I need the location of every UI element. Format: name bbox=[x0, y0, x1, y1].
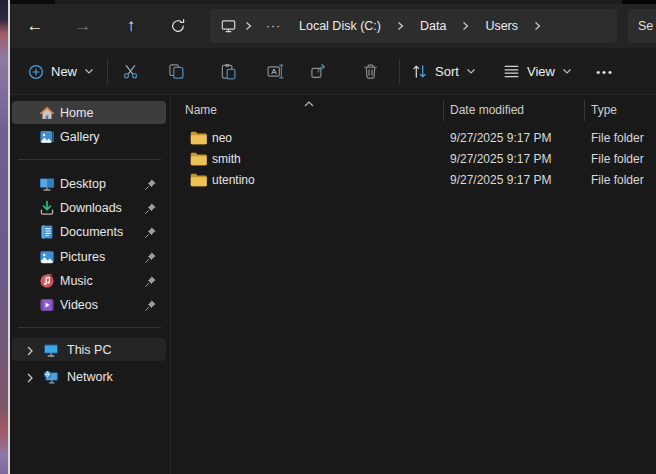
sidebar-item-label: Videos bbox=[60, 298, 98, 312]
copy-icon bbox=[168, 63, 185, 80]
file-name: smith bbox=[212, 152, 241, 166]
more-options-button[interactable]: ••• bbox=[588, 55, 622, 88]
this-pc-icon bbox=[43, 342, 59, 358]
paste-icon bbox=[220, 63, 237, 80]
up-icon: ↑ bbox=[127, 16, 136, 36]
sidebar-item-documents[interactable]: Documents bbox=[12, 220, 166, 243]
chevron-down-icon bbox=[84, 68, 94, 75]
desktop-icon bbox=[39, 176, 55, 192]
network-icon bbox=[43, 369, 59, 385]
share-button[interactable] bbox=[301, 55, 335, 88]
home-icon bbox=[39, 105, 55, 121]
videos-icon bbox=[39, 297, 55, 313]
sort-button-label: Sort bbox=[435, 64, 459, 79]
sidebar-item-gallery[interactable]: Gallery bbox=[12, 125, 166, 148]
file-type: File folder bbox=[591, 152, 644, 166]
sidebar-item-pictures[interactable]: Pictures bbox=[12, 245, 166, 268]
content-area: Home Gallery bbox=[10, 95, 656, 474]
breadcrumb-chevron-icon[interactable] bbox=[530, 21, 545, 31]
column-header-row: Name Date modified Type bbox=[172, 99, 656, 122]
search-input[interactable]: Se bbox=[628, 9, 656, 43]
rename-button[interactable]: A bbox=[258, 55, 292, 88]
sidebar: Home Gallery bbox=[10, 95, 171, 474]
sidebar-item-label: Documents bbox=[60, 225, 123, 239]
svg-text:A: A bbox=[271, 67, 277, 76]
delete-button[interactable] bbox=[353, 55, 387, 88]
rename-icon: A bbox=[267, 63, 284, 80]
breadcrumb-chevron-icon[interactable] bbox=[393, 21, 408, 31]
chevron-down-icon bbox=[466, 68, 476, 75]
paste-button[interactable] bbox=[211, 55, 245, 88]
sidebar-separator bbox=[18, 159, 161, 160]
pin-icon bbox=[144, 250, 157, 263]
folder-icon bbox=[190, 152, 207, 166]
sidebar-item-home[interactable]: Home bbox=[12, 101, 166, 124]
refresh-icon bbox=[170, 18, 186, 34]
breadcrumb-item-users[interactable]: Users bbox=[477, 19, 526, 33]
cut-button[interactable] bbox=[113, 55, 147, 88]
chevron-right-icon[interactable] bbox=[24, 370, 36, 382]
refresh-button[interactable] bbox=[161, 9, 195, 43]
sidebar-item-desktop[interactable]: Desktop bbox=[12, 172, 166, 195]
up-button[interactable]: ↑ bbox=[114, 9, 148, 43]
sidebar-item-label: Desktop bbox=[60, 177, 106, 191]
breadcrumb-item-data[interactable]: Data bbox=[412, 19, 454, 33]
file-row-smith[interactable]: smith 9/27/2025 9:17 PM File folder bbox=[172, 149, 656, 170]
file-list-panel: Name Date modified Type neo 9/27/2025 9:… bbox=[172, 95, 656, 474]
command-toolbar: New bbox=[10, 48, 656, 95]
sidebar-item-label: This PC bbox=[67, 343, 111, 357]
breadcrumb-item-local-disk[interactable]: Local Disk (C:) bbox=[291, 19, 389, 33]
copy-button[interactable] bbox=[159, 55, 193, 88]
breadcrumb-ellipsis[interactable]: ··· bbox=[260, 19, 287, 33]
column-header-type[interactable]: Type bbox=[591, 103, 617, 117]
column-divider[interactable] bbox=[584, 100, 585, 121]
downloads-icon bbox=[39, 200, 55, 216]
pin-icon bbox=[144, 274, 157, 287]
file-row-neo[interactable]: neo 9/27/2025 9:17 PM File folder bbox=[172, 128, 656, 149]
sidebar-item-label: Downloads bbox=[60, 201, 122, 215]
sidebar-item-videos[interactable]: Videos bbox=[12, 293, 166, 316]
file-type: File folder bbox=[591, 173, 644, 187]
chevron-right-icon[interactable] bbox=[24, 343, 36, 355]
toolbar-separator bbox=[399, 59, 400, 84]
pin-icon bbox=[144, 298, 157, 311]
forward-icon: → bbox=[75, 16, 92, 36]
forward-button[interactable]: → bbox=[66, 9, 100, 43]
sidebar-item-label: Pictures bbox=[60, 250, 105, 264]
sidebar-item-music[interactable]: Music bbox=[12, 269, 166, 292]
address-bar[interactable]: ··· Local Disk (C:) Data Users bbox=[210, 9, 617, 43]
file-row-utentino[interactable]: utentino 9/27/2025 9:17 PM File folder bbox=[172, 170, 656, 191]
back-button[interactable]: ← bbox=[18, 9, 52, 43]
new-button-label: New bbox=[51, 64, 77, 79]
sort-icon bbox=[411, 63, 428, 80]
documents-icon bbox=[39, 224, 55, 240]
pictures-icon bbox=[39, 249, 55, 265]
music-icon bbox=[39, 273, 55, 289]
file-name: utentino bbox=[212, 173, 255, 187]
view-button[interactable]: View bbox=[499, 55, 576, 88]
file-type: File folder bbox=[591, 131, 644, 145]
file-explorer-window: ← → ↑ ··· Local Disk (C:) bbox=[10, 0, 656, 474]
sidebar-item-label: Network bbox=[67, 370, 113, 384]
view-icon bbox=[503, 63, 520, 80]
sidebar-item-downloads[interactable]: Downloads bbox=[12, 196, 166, 219]
this-pc-crumb-icon[interactable] bbox=[220, 18, 237, 34]
file-date-modified: 9/27/2025 9:17 PM bbox=[450, 131, 551, 145]
column-divider[interactable] bbox=[443, 100, 444, 121]
ellipsis-icon: ••• bbox=[596, 66, 614, 78]
sidebar-item-network[interactable]: Network bbox=[12, 365, 166, 388]
cut-icon bbox=[122, 63, 139, 80]
gallery-icon bbox=[39, 129, 55, 145]
navigation-bar: ← → ↑ ··· Local Disk (C:) bbox=[10, 4, 656, 48]
sort-button[interactable]: Sort bbox=[407, 55, 480, 88]
chevron-down-icon bbox=[562, 68, 572, 75]
breadcrumb-chevron-icon[interactable] bbox=[458, 21, 473, 31]
column-header-date-modified[interactable]: Date modified bbox=[450, 103, 524, 117]
sidebar-item-label: Home bbox=[60, 106, 93, 120]
column-header-name[interactable]: Name bbox=[185, 103, 217, 117]
toolbar-separator bbox=[107, 59, 108, 84]
new-button[interactable]: New bbox=[24, 55, 98, 88]
folder-icon bbox=[190, 131, 207, 145]
sidebar-item-this-pc[interactable]: This PC bbox=[12, 338, 166, 361]
file-date-modified: 9/27/2025 9:17 PM bbox=[450, 152, 551, 166]
